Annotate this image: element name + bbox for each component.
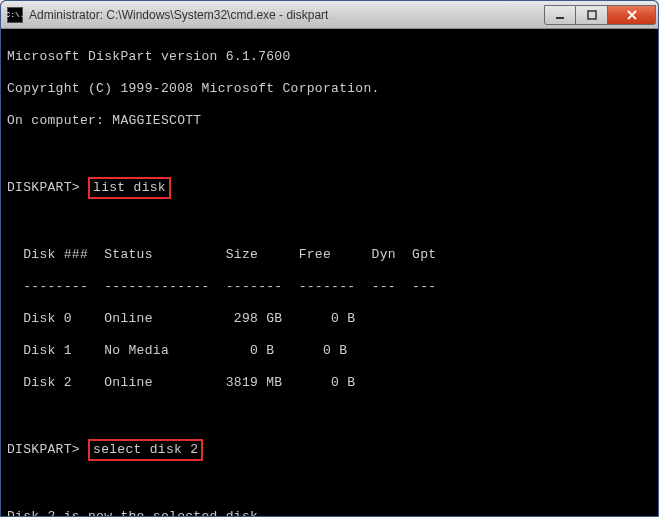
table-row: Disk 1 No Media 0 B 0 B: [7, 343, 652, 359]
copyright-line: Copyright (C) 1999-2008 Microsoft Corpor…: [7, 81, 652, 97]
maximize-button[interactable]: [576, 5, 608, 25]
app-icon: C:\.: [7, 7, 23, 23]
svg-rect-1: [588, 11, 596, 19]
minimize-button[interactable]: [544, 5, 576, 25]
window-title: Administrator: C:\Windows\System32\cmd.e…: [29, 8, 544, 22]
computer-line: On computer: MAGGIESCOTT: [7, 113, 652, 129]
svg-rect-0: [556, 17, 564, 19]
cmd-list-disk: list disk: [88, 177, 171, 199]
window-controls: [544, 5, 656, 25]
cmd-window: C:\. Administrator: C:\Windows\System32\…: [0, 0, 659, 517]
version-line: Microsoft DiskPart version 6.1.7600: [7, 49, 652, 65]
titlebar[interactable]: C:\. Administrator: C:\Windows\System32\…: [1, 1, 658, 29]
table-row: Disk 0 Online 298 GB 0 B: [7, 311, 652, 327]
table-row: Disk 2 Online 3819 MB 0 B: [7, 375, 652, 391]
table-header: Disk ### Status Size Free Dyn Gpt: [7, 247, 652, 263]
table-divider: -------- ------------- ------- ------- -…: [7, 279, 652, 295]
terminal-output[interactable]: Microsoft DiskPart version 6.1.7600 Copy…: [1, 29, 658, 516]
cmd-select-disk: select disk 2: [88, 439, 203, 461]
prompt: DISKPART>: [7, 442, 80, 457]
msg-selected: Disk 2 is now the selected disk.: [7, 509, 652, 516]
close-button[interactable]: [608, 5, 656, 25]
prompt: DISKPART>: [7, 180, 80, 195]
